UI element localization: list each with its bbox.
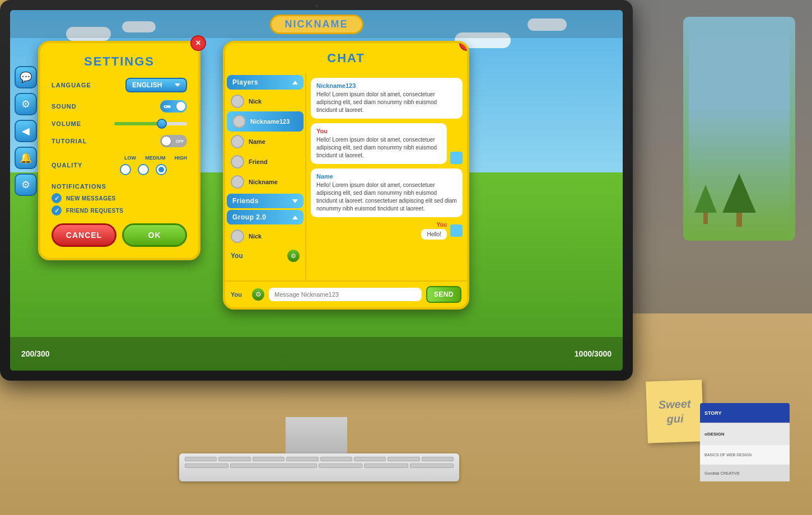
- group-nick[interactable]: Nick: [225, 226, 305, 246]
- player-friend-name: Friend: [249, 158, 268, 165]
- volume-slider-thumb[interactable]: [157, 119, 167, 129]
- message-1: Nickname123 Hello! Lorem ipsum dolor sit…: [311, 78, 463, 119]
- player-nickname-avatar: [231, 175, 244, 189]
- game-screen: NICKNAME 💬 ⚙ ◀ 🔔 ⚙ 200/300 1000/3000 × S…: [10, 10, 623, 371]
- msg-3-sender: Name: [316, 173, 457, 180]
- chat-messages-area[interactable]: Nickname123 Hello! Lorem ipsum dolor sit…: [306, 73, 467, 280]
- group-section-header[interactable]: Group 2.0: [227, 210, 304, 224]
- notif-friend-checkbox[interactable]: [52, 205, 62, 216]
- quality-high-radio[interactable]: [156, 164, 167, 175]
- sound-toggle-wrapper: ON: [160, 100, 187, 113]
- settings-close-button[interactable]: ×: [190, 35, 206, 51]
- player-nickname123[interactable]: Nickname123: [227, 111, 304, 132]
- group-you-item[interactable]: You ⚙: [225, 246, 305, 265]
- score-left: 200/300: [21, 349, 50, 358]
- group-you-settings-icon[interactable]: ⚙: [287, 250, 300, 262]
- send-button[interactable]: SEND: [426, 286, 461, 303]
- msg-2-sender: You: [316, 128, 441, 134]
- notif-messages-checkbox[interactable]: [52, 193, 62, 203]
- game-bottom-bar: 200/300 1000/3000: [10, 337, 623, 371]
- dropdown-arrow-icon: [175, 83, 180, 87]
- player-nick[interactable]: Nick: [225, 91, 305, 111]
- quality-options: [120, 164, 167, 175]
- group-section-title: Group 2.0: [232, 213, 267, 221]
- group-nick-name: Nick: [249, 233, 262, 240]
- tutorial-row: TUTORIAL OFF: [52, 135, 187, 147]
- player-nick-name: Nick: [249, 98, 262, 105]
- game-header: NICKNAME: [10, 10, 623, 38]
- ok-button[interactable]: OK: [122, 223, 187, 247]
- language-dropdown[interactable]: ENGLISH: [125, 78, 187, 92]
- settings-icon-btn[interactable]: ⚙: [15, 93, 37, 115]
- tutorial-off-text: OFF: [176, 139, 184, 143]
- quality-high-label: HIGH: [175, 155, 188, 161]
- friends-section-header[interactable]: Friends: [227, 194, 304, 208]
- tutorial-toggle-wrapper: OFF: [160, 135, 187, 147]
- settings-buttons: CANCEL OK: [52, 223, 187, 247]
- message-3: Name Hello! Lorem ipsum dolor sit amet, …: [311, 168, 463, 217]
- player-nickname[interactable]: Nickname: [225, 172, 305, 192]
- score-right: 1000/3000: [575, 349, 612, 358]
- group-you-message-row: You Hello!: [311, 222, 463, 240]
- notifications-section: NOTIFICATIONS NEW MESSAGES FRIEND REQUES…: [52, 183, 187, 216]
- tutorial-toggle-knob: [162, 137, 171, 146]
- sound-row: SOUND ON: [52, 100, 187, 113]
- tutorial-label: TUTORIAL: [52, 138, 87, 144]
- bell-icon-btn[interactable]: 🔔: [15, 147, 37, 169]
- player-name[interactable]: Name: [225, 132, 305, 152]
- quality-medium-radio[interactable]: [138, 164, 149, 175]
- language-row: LANGUAGE ENGLISH: [52, 78, 187, 92]
- chat-message-input[interactable]: [269, 288, 422, 301]
- group-chevron-icon: [292, 216, 298, 219]
- message-2: You Hello! Lorem ipsum dolor sit amet, c…: [311, 123, 447, 164]
- tutorial-toggle[interactable]: OFF: [160, 135, 187, 147]
- chat-icon-btn[interactable]: 💬: [15, 66, 37, 88]
- msg-1-text: Hello! Lorem ipsum dolor sit amet, conse…: [316, 91, 457, 114]
- gear-icon-btn[interactable]: ⚙: [15, 174, 37, 196]
- notif-friend-text: FRIEND REQUESTS: [66, 208, 124, 214]
- players-section-header[interactable]: Players: [227, 75, 304, 90]
- player-nickname123-name: Nickname123: [250, 118, 290, 125]
- msg-2-indicator: [450, 152, 463, 164]
- volume-label: VOLUME: [52, 120, 81, 127]
- webcam-dot: [315, 4, 318, 8]
- player-name-label: Name: [249, 138, 265, 145]
- volume-slider-track[interactable]: [114, 122, 187, 125]
- sound-toggle[interactable]: ON: [160, 100, 187, 113]
- chat-user-settings-button[interactable]: ⚙: [252, 288, 264, 301]
- group-you-mini-label: You: [437, 222, 447, 228]
- group-you-label: You: [231, 252, 243, 260]
- notif-messages-text: NEW MESSAGES: [66, 195, 116, 202]
- notif-friend-requests-item: FRIEND REQUESTS: [52, 205, 187, 216]
- msg-2-text: Hello! Lorem ipsum dolor sit amet, conse…: [316, 136, 441, 160]
- cancel-button[interactable]: CANCEL: [52, 223, 116, 247]
- side-ui-left: 💬 ⚙ ◀ 🔔 ⚙: [15, 66, 37, 196]
- notif-new-messages-item: NEW MESSAGES: [52, 193, 187, 203]
- chat-footer: You ⚙ SEND: [225, 280, 467, 307]
- quality-low-radio[interactable]: [120, 164, 131, 175]
- arrow-left-btn[interactable]: ◀: [15, 120, 37, 142]
- sticky-note: Sweet gui: [646, 380, 704, 443]
- chat-body: Players Nick Nickname123 Name: [225, 73, 467, 280]
- keyboard: [179, 453, 459, 481]
- quality-labels: LOW MEDIUM HIGH: [124, 155, 187, 161]
- settings-title: SETTINGS: [52, 54, 187, 69]
- quality-row: QUALITY LOW MEDIUM HIGH: [52, 155, 187, 175]
- settings-panel: × SETTINGS LANGUAGE ENGLISH SOUND ON: [38, 41, 200, 260]
- sound-label: SOUND: [52, 103, 77, 110]
- player-name-avatar: [231, 135, 244, 148]
- volume-slider-container: [114, 122, 187, 125]
- player-friend[interactable]: Friend: [225, 152, 305, 172]
- imac-bezel: NICKNAME 💬 ⚙ ◀ 🔔 ⚙ 200/300 1000/3000 × S…: [0, 0, 633, 381]
- players-chevron-icon: [292, 81, 298, 85]
- group-you-mini-bubble: Hello!: [421, 229, 447, 240]
- player-nickname123-avatar: [232, 115, 246, 128]
- msg-1-sender: Nickname123: [316, 82, 457, 89]
- chat-title: CHAT: [225, 43, 467, 73]
- group-you-bubble-col: You Hello!: [421, 222, 447, 240]
- sound-on-text: ON: [164, 104, 171, 109]
- chat-current-user: You: [231, 291, 248, 298]
- players-section-title: Players: [232, 78, 258, 86]
- notifications-label: NOTIFICATIONS: [52, 183, 187, 190]
- language-value: ENGLISH: [132, 81, 162, 89]
